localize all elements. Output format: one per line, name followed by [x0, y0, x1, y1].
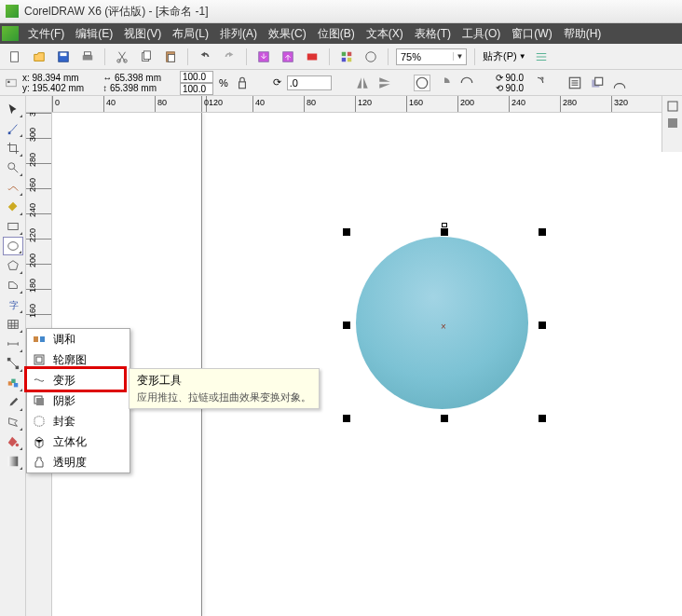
arc-button[interactable]: [436, 75, 453, 91]
horizontal-ruler[interactable]: 0408012004080120160200240280320: [52, 96, 682, 113]
width-value[interactable]: 65.398 mm: [115, 73, 161, 83]
copy-button[interactable]: [137, 48, 156, 66]
rectangle-tool[interactable]: [3, 217, 23, 236]
svg-rect-16: [342, 57, 346, 61]
menu-edit[interactable]: 编辑(E): [70, 24, 118, 44]
paste-button[interactable]: [161, 48, 180, 66]
flyout-extrude[interactable]: 立体化: [27, 431, 130, 452]
height-arrow-icon: ↕: [102, 83, 107, 93]
zoom-tool[interactable]: [3, 158, 23, 177]
flyout-contour[interactable]: 轮廓图: [27, 349, 130, 370]
mirror-h-button[interactable]: [354, 75, 371, 91]
zoom-level-input[interactable]: [397, 51, 453, 62]
connector-tool[interactable]: [3, 354, 23, 373]
welcome-button[interactable]: [361, 48, 380, 66]
rotation-input[interactable]: [287, 75, 332, 90]
ellipse-open-button[interactable]: [458, 75, 475, 91]
wrap-text-button[interactable]: [566, 75, 583, 91]
shape-tool[interactable]: [3, 119, 23, 138]
handle-top-right[interactable]: [539, 228, 546, 236]
canvas[interactable]: ×: [52, 113, 682, 616]
docker-strip[interactable]: [662, 96, 682, 152]
selection[interactable]: ×: [347, 232, 542, 418]
handle-top-left[interactable]: [343, 228, 350, 236]
menu-window[interactable]: 窗口(W): [506, 24, 557, 44]
app-launcher-button[interactable]: [337, 48, 356, 66]
crop-tool[interactable]: [3, 139, 23, 157]
new-doc-button[interactable]: [6, 48, 24, 66]
eyedropper-tool[interactable]: [3, 393, 23, 412]
svg-rect-13: [307, 53, 318, 60]
menu-help[interactable]: 帮助(H): [558, 24, 607, 44]
width-arrow-icon: ↔: [102, 73, 112, 83]
flyout-transparency[interactable]: 透明度: [27, 452, 130, 472]
options-button[interactable]: [532, 48, 551, 66]
polygon-tool[interactable]: [3, 256, 23, 275]
text-tool[interactable]: 字: [3, 295, 23, 314]
direction-button[interactable]: [529, 75, 546, 91]
import-button[interactable]: [254, 48, 273, 66]
table-tool[interactable]: [3, 315, 23, 334]
menu-table[interactable]: 表格(T): [409, 24, 457, 44]
flyout-shadow[interactable]: 阴影: [27, 390, 130, 411]
flyout-distort[interactable]: 变形: [27, 370, 130, 390]
freehand-tool[interactable]: [3, 178, 23, 197]
zoom-level-combo[interactable]: ▼: [396, 48, 467, 65]
open-button[interactable]: [30, 48, 48, 66]
flyout-label: 立体化: [53, 434, 87, 450]
handle-mid-left[interactable]: [343, 322, 350, 329]
angle1-value[interactable]: 90.0: [506, 73, 524, 83]
publish-button[interactable]: [303, 48, 321, 66]
interactive-fill-tool[interactable]: [3, 452, 23, 471]
outline-tool[interactable]: [3, 413, 23, 431]
flyout-envelope[interactable]: 封套: [27, 411, 130, 431]
pie-button[interactable]: [414, 75, 430, 91]
menu-tools[interactable]: 工具(O): [457, 24, 506, 44]
chevron-down-icon[interactable]: ▼: [453, 52, 466, 61]
scale-y-input[interactable]: [180, 83, 213, 95]
menu-arrange[interactable]: 排列(A): [214, 24, 263, 44]
x-value[interactable]: 98.394 mm: [33, 73, 79, 83]
handle-bot-right[interactable]: [539, 415, 546, 422]
basic-shapes-tool[interactable]: [3, 276, 23, 294]
flyout-blend[interactable]: 调和: [27, 329, 130, 349]
docker-icon[interactable]: [666, 116, 679, 130]
export-button[interactable]: [279, 48, 297, 66]
svg-rect-40: [668, 118, 677, 128]
height-value[interactable]: 65.398 mm: [110, 83, 157, 93]
menu-effects[interactable]: 效果(C): [263, 24, 312, 44]
pick-tool[interactable]: [3, 100, 23, 118]
mirror-v-button[interactable]: [376, 75, 393, 91]
selection-top-marker[interactable]: [442, 223, 447, 227]
interactive-tool[interactable]: [3, 374, 23, 392]
chevron-down-icon[interactable]: ▼: [519, 52, 526, 61]
handle-top-mid[interactable]: [441, 228, 448, 236]
fill-tool[interactable]: [3, 432, 23, 451]
menu-layout[interactable]: 布局(L): [167, 24, 214, 44]
menu-text[interactable]: 文本(X): [361, 24, 409, 44]
to-front-button[interactable]: [589, 75, 606, 91]
scale-x-input[interactable]: [180, 71, 213, 83]
convert-curves-button[interactable]: [611, 75, 628, 91]
lock-ratio-button[interactable]: [234, 75, 251, 91]
menu-file[interactable]: 文件(F): [22, 24, 70, 44]
center-marker-icon[interactable]: ×: [441, 322, 446, 332]
cut-button[interactable]: [113, 48, 131, 66]
handle-bot-left[interactable]: [343, 415, 350, 422]
menu-bitmap[interactable]: 位图(B): [312, 24, 361, 44]
handle-bot-mid[interactable]: [441, 415, 448, 422]
redo-button[interactable]: [220, 48, 239, 66]
docker-icon[interactable]: [666, 100, 679, 113]
angle2-value[interactable]: 90.0: [506, 83, 524, 93]
undo-button[interactable]: [196, 48, 214, 66]
print-button[interactable]: [78, 48, 97, 66]
menu-view[interactable]: 视图(V): [118, 24, 167, 44]
y-value[interactable]: 195.402 mm: [33, 83, 85, 93]
save-button[interactable]: [54, 48, 73, 66]
svg-point-6: [124, 59, 128, 62]
snap-label[interactable]: 贴齐(P): [483, 49, 517, 63]
ellipse-tool[interactable]: [3, 237, 23, 255]
smart-fill-tool[interactable]: [3, 198, 23, 216]
dimension-tool[interactable]: [3, 335, 23, 353]
handle-mid-right[interactable]: [539, 322, 546, 329]
